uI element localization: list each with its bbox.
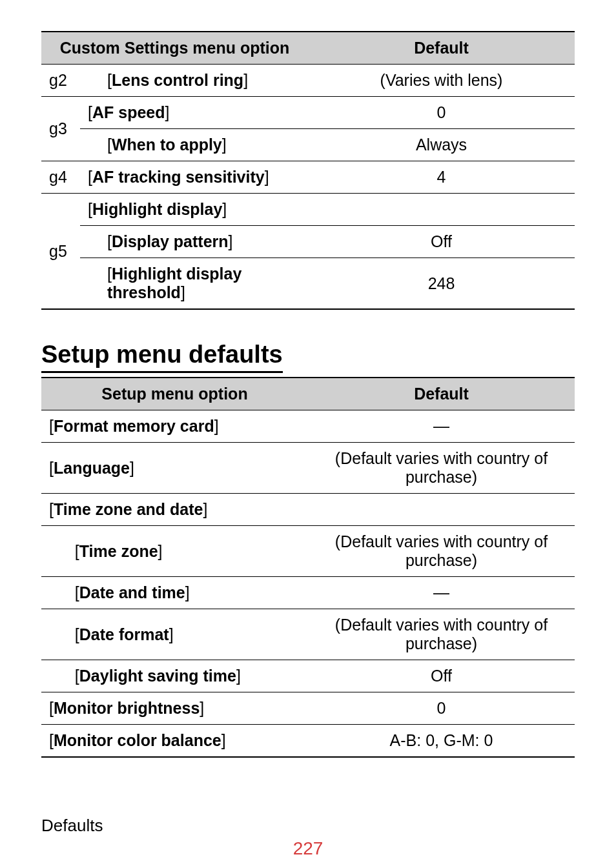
r4-default: 0 bbox=[308, 692, 575, 725]
r5-default: A-B: 0, G-M: 0 bbox=[308, 725, 575, 758]
custom-settings-table: Custom Settings menu option Default g2 [… bbox=[41, 31, 575, 310]
r3-s4-default: Off bbox=[308, 660, 575, 692]
g5-head: [Highlight display] bbox=[80, 194, 575, 226]
g2-option: [Lens control ring] bbox=[99, 65, 308, 97]
r4-option: [Monitor brightness] bbox=[41, 692, 308, 725]
r3-s1-default: (Default varies with country of purchase… bbox=[308, 526, 575, 577]
r1-option: [Format memory card] bbox=[41, 410, 308, 443]
g4-default: 4 bbox=[308, 161, 575, 194]
g5-sub2-option: [Highlight display threshold] bbox=[99, 258, 308, 310]
footer-section-label: Defaults bbox=[41, 816, 575, 836]
r1-default: — bbox=[308, 410, 575, 443]
g5-label: g5 bbox=[41, 194, 80, 310]
g5-sub1-option: [Display pattern] bbox=[99, 226, 308, 258]
g4-option: [AF tracking sensitivity] bbox=[80, 161, 308, 194]
g5-sub1-default: Off bbox=[308, 226, 575, 258]
r3-s3-default: (Default varies with country of purchase… bbox=[308, 609, 575, 660]
g3-label: g3 bbox=[41, 97, 80, 161]
g3-option: [AF speed] bbox=[80, 97, 308, 129]
g3-sub-default: Always bbox=[308, 129, 575, 161]
g3-default: 0 bbox=[308, 97, 575, 129]
g2-label: g2 bbox=[41, 65, 80, 97]
r3-s2-option: [Date and time] bbox=[67, 577, 308, 609]
g2-default: (Varies with lens) bbox=[308, 65, 575, 97]
page-number: 227 bbox=[41, 838, 575, 859]
r2-default: (Default varies with country of purchase… bbox=[308, 443, 575, 494]
g5-sub2-default: 248 bbox=[308, 258, 575, 310]
g4-label: g4 bbox=[41, 161, 80, 194]
r5-option: [Monitor color balance] bbox=[41, 725, 308, 758]
r3-s3-option: [Date format] bbox=[67, 609, 308, 660]
t2-header-default: Default bbox=[308, 378, 575, 410]
r3-head: [Time zone and date] bbox=[41, 494, 575, 526]
g3-sub-option: [When to apply] bbox=[99, 129, 308, 161]
setup-menu-table: Setup menu option Default [Format memory… bbox=[41, 377, 575, 758]
t1-header-option: Custom Settings menu option bbox=[41, 32, 308, 65]
t1-header-default: Default bbox=[308, 32, 575, 65]
section-title: Setup menu defaults bbox=[41, 341, 283, 373]
r2-option: [Language] bbox=[41, 443, 308, 494]
r3-s1-option: [Time zone] bbox=[67, 526, 308, 577]
r3-s4-option: [Daylight saving time] bbox=[67, 660, 308, 692]
t2-header-option: Setup menu option bbox=[41, 378, 308, 410]
r3-s2-default: — bbox=[308, 577, 575, 609]
